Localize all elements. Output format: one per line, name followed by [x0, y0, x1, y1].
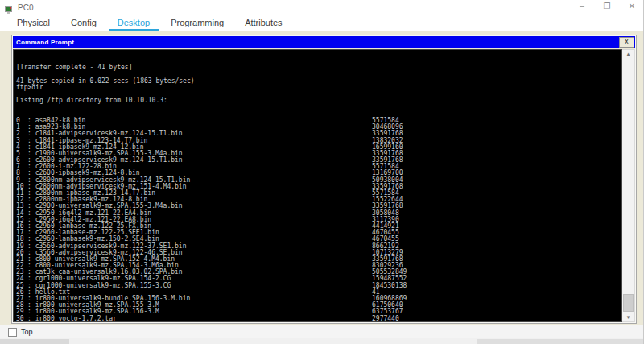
- maximize-button[interactable]: ❐: [602, 2, 612, 10]
- background-segment: [477, 339, 643, 344]
- dialog-footer: Top: [0, 325, 643, 338]
- background-window-edge: [0, 338, 643, 344]
- close-button[interactable]: ✕: [627, 2, 637, 10]
- command-prompt-window: Command Prompt x [Transfer complete - 41…: [11, 35, 637, 324]
- scrollbar-thumb[interactable]: [623, 294, 634, 312]
- window-controls: – ❐ ✕: [577, 2, 637, 10]
- background-segment: [0, 339, 69, 344]
- window-title: PC0: [18, 3, 33, 12]
- pc0-device-window: PC0 – ❐ ✕ Physical Config Desktop Progra…: [0, 0, 644, 344]
- terminal-line: ftp>dir: [16, 85, 621, 91]
- terminal-output[interactable]: [Transfer complete - 41 bytes]41 bytes c…: [13, 49, 622, 322]
- terminal-line: [Transfer complete - 41 bytes]: [16, 64, 621, 71]
- tab-physical[interactable]: Physical: [6, 15, 60, 31]
- terminal-line: Listing /ftp directory from 10.10.10.3:: [16, 97, 621, 104]
- command-prompt-close-button[interactable]: x: [619, 37, 634, 48]
- command-prompt-title: Command Prompt: [16, 39, 74, 46]
- desktop-tab-content: Command Prompt x [Transfer complete - 41…: [0, 31, 643, 325]
- scroll-up-icon[interactable]: ▲: [622, 50, 634, 58]
- top-checkbox-label: Top: [21, 328, 33, 336]
- ftp-output-lines: [Transfer complete - 41 bytes]41 bytes c…: [16, 64, 621, 104]
- window-titlebar: PC0 – ❐ ✕: [0, 0, 643, 15]
- command-prompt-titlebar: Command Prompt x: [13, 36, 635, 48]
- scroll-down-icon[interactable]: ▼: [622, 313, 634, 321]
- terminal-line: 41 bytes copied in 0.022 secs (1863 byte…: [16, 78, 621, 85]
- tab-desktop[interactable]: Desktop: [107, 15, 160, 31]
- tab-programming[interactable]: Programming: [160, 15, 234, 31]
- top-checkbox[interactable]: [8, 328, 17, 337]
- terminal-area: [Transfer complete - 41 bytes]41 bytes c…: [13, 49, 635, 322]
- tab-attributes[interactable]: Attributes: [234, 15, 292, 31]
- minimize-button[interactable]: –: [577, 2, 587, 10]
- device-tabbar: Physical Config Desktop Programming Attr…: [0, 15, 643, 32]
- listing-row: 25: cgr1000-universalk9-mz.SPA.155-3.CG1…: [16, 283, 621, 289]
- ftp-listing: 0: asa842-k8.bin55715841: asa923-k8.bin3…: [16, 118, 621, 322]
- terminal-scrollbar[interactable]: ▲ ▼: [622, 49, 635, 322]
- tab-config[interactable]: Config: [60, 15, 107, 31]
- pc-device-icon: [5, 3, 14, 11]
- listing-row: 0: asa842-k8.bin5571584: [16, 118, 621, 124]
